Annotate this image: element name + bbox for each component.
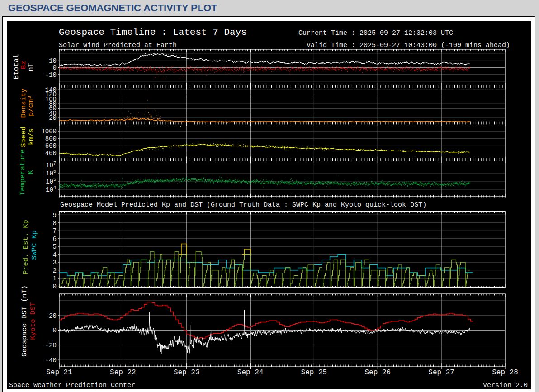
svg-text:10: 10 bbox=[46, 170, 53, 177]
svg-text:Sep 28: Sep 28 bbox=[492, 368, 518, 377]
svg-text:Solar Wind Predicted at Earth: Solar Wind Predicted at Earth bbox=[59, 42, 177, 49]
svg-text:Space Weather Prediction Cente: Space Weather Prediction Center bbox=[9, 382, 135, 389]
svg-text:Kyoto DST: Kyoto DST bbox=[29, 302, 37, 340]
svg-text:10: 10 bbox=[46, 162, 53, 169]
svg-text:Temperature: Temperature bbox=[19, 149, 27, 195]
svg-text:nT: nT bbox=[27, 63, 35, 71]
svg-text:0: 0 bbox=[53, 64, 57, 71]
svg-text:Sep 24: Sep 24 bbox=[237, 368, 264, 377]
svg-text:9: 9 bbox=[53, 212, 57, 219]
svg-text:Sep 25: Sep 25 bbox=[301, 368, 327, 377]
svg-text:6: 6 bbox=[53, 236, 57, 243]
svg-text:SWPC Kp: SWPC Kp bbox=[30, 231, 38, 260]
svg-text:3: 3 bbox=[53, 259, 57, 266]
svg-text:p/cm³: p/cm³ bbox=[27, 95, 35, 117]
svg-text:7: 7 bbox=[53, 161, 56, 166]
svg-text:Sep 27: Sep 27 bbox=[428, 368, 454, 377]
svg-text:Sep 26: Sep 26 bbox=[364, 368, 391, 377]
svg-text:-40: -40 bbox=[45, 357, 57, 364]
svg-text:8: 8 bbox=[53, 220, 57, 227]
svg-text:Pred. Est. Kp: Pred. Est. Kp bbox=[22, 220, 30, 274]
svg-text:10: 10 bbox=[46, 178, 53, 185]
svg-text:140: 140 bbox=[45, 86, 57, 94]
svg-text:20: 20 bbox=[49, 312, 57, 320]
svg-text:1000: 1000 bbox=[41, 128, 57, 135]
svg-text:0: 0 bbox=[53, 283, 57, 290]
svg-text:5: 5 bbox=[53, 243, 57, 250]
svg-text:800: 800 bbox=[45, 135, 57, 142]
svg-text:4: 4 bbox=[53, 185, 56, 190]
svg-text:0: 0 bbox=[53, 327, 57, 334]
svg-text:10: 10 bbox=[46, 186, 53, 194]
svg-text:1: 1 bbox=[53, 275, 57, 282]
svg-text:km/s: km/s bbox=[27, 128, 35, 145]
svg-text:2: 2 bbox=[53, 267, 57, 274]
svg-text:-20: -20 bbox=[45, 342, 57, 349]
svg-text:-10: -10 bbox=[45, 71, 57, 79]
svg-text:Geospace Timeline : Latest 7 D: Geospace Timeline : Latest 7 Days bbox=[59, 27, 247, 38]
svg-text:Valid Time : 2025-09-27 10:43:: Valid Time : 2025-09-27 10:43:00 (-109 m… bbox=[307, 42, 510, 49]
svg-text:Sep 21: Sep 21 bbox=[46, 368, 72, 377]
svg-text:600: 600 bbox=[45, 142, 57, 150]
svg-text:7: 7 bbox=[53, 227, 57, 235]
svg-text:Version 2.0: Version 2.0 bbox=[483, 382, 528, 389]
svg-text:Sep 23: Sep 23 bbox=[174, 368, 200, 377]
svg-text:Geospace DST (nT): Geospace DST (nT) bbox=[20, 285, 28, 357]
svg-text:10: 10 bbox=[49, 57, 57, 65]
svg-text:Geospace Model Predicted Kp an: Geospace Model Predicted Kp and DST (Gro… bbox=[60, 201, 426, 209]
svg-text:5: 5 bbox=[53, 177, 56, 182]
svg-text:400: 400 bbox=[45, 150, 57, 157]
svg-text:Current Time : 2025-09-27 12:3: Current Time : 2025-09-27 12:32:03 UTC bbox=[298, 29, 453, 37]
svg-text:Sep 22: Sep 22 bbox=[110, 368, 136, 377]
svg-text:K: K bbox=[27, 170, 35, 175]
svg-text:4: 4 bbox=[53, 251, 57, 259]
svg-text:6: 6 bbox=[53, 169, 56, 174]
